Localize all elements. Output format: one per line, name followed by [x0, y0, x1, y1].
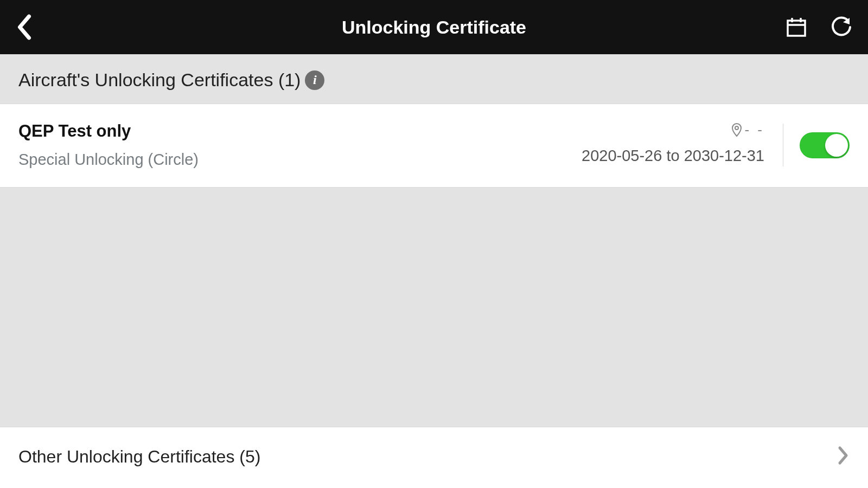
- page-title: Unlocking Certificate: [342, 17, 526, 37]
- other-certs-title: Other Unlocking Certificates (5): [18, 447, 260, 467]
- calendar-button[interactable]: [786, 16, 807, 38]
- certificate-date-range: 2020-05-26 to 2030-12-31: [582, 147, 764, 165]
- svg-point-5: [735, 126, 738, 130]
- chevron-left-icon: [15, 13, 34, 41]
- certificate-location: - -: [731, 121, 764, 138]
- refresh-button[interactable]: [830, 16, 853, 38]
- location-text: - -: [744, 121, 764, 138]
- toggle-knob: [825, 134, 848, 157]
- content-spacer: [0, 188, 868, 427]
- vertical-divider: [783, 124, 783, 166]
- svg-rect-0: [788, 21, 805, 36]
- certificate-row: QEP Test only Special Unlocking (Circle)…: [0, 104, 868, 188]
- section-title: Aircraft's Unlocking Certificates (1): [18, 69, 301, 91]
- other-certificates-row[interactable]: Other Unlocking Certificates (5): [0, 427, 868, 488]
- location-pin-icon: [731, 123, 742, 137]
- back-button[interactable]: [15, 13, 34, 41]
- certificate-enable-toggle[interactable]: [800, 132, 850, 158]
- info-icon[interactable]: i: [305, 70, 324, 90]
- certificate-name: QEP Test only: [18, 121, 582, 141]
- aircraft-certs-section-header: Aircraft's Unlocking Certificates (1) i: [0, 54, 868, 104]
- app-header: Unlocking Certificate: [0, 0, 868, 54]
- calendar-icon: [786, 16, 807, 38]
- refresh-icon: [830, 16, 853, 38]
- chevron-right-icon: [837, 445, 850, 468]
- certificate-type: Special Unlocking (Circle): [18, 151, 582, 169]
